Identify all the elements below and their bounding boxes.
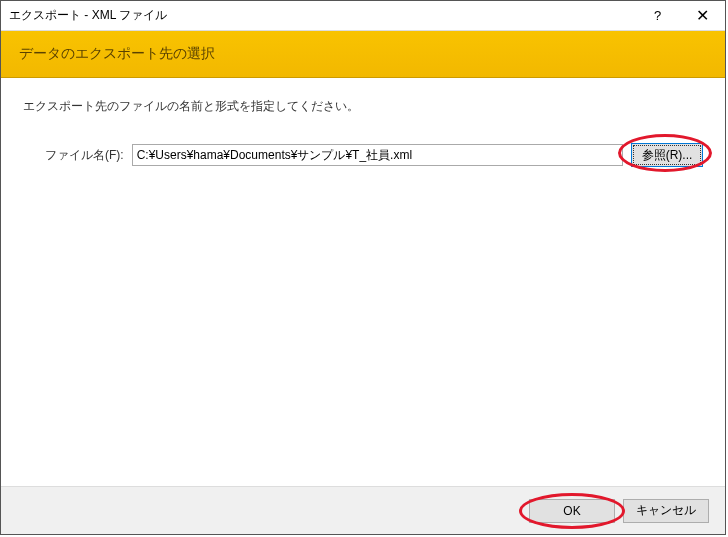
filename-input[interactable] bbox=[132, 144, 623, 166]
ok-button[interactable]: OK bbox=[529, 499, 615, 523]
titlebar: エクスポート - XML ファイル ? ✕ bbox=[1, 1, 725, 31]
help-button[interactable]: ? bbox=[635, 1, 680, 30]
close-button[interactable]: ✕ bbox=[680, 1, 725, 30]
window-title: エクスポート - XML ファイル bbox=[9, 7, 635, 24]
titlebar-controls: ? ✕ bbox=[635, 1, 725, 30]
filename-label: ファイル名(F): bbox=[45, 147, 124, 164]
dialog-window: エクスポート - XML ファイル ? ✕ データのエクスポート先の選択 エクス… bbox=[0, 0, 726, 535]
cancel-button[interactable]: キャンセル bbox=[623, 499, 709, 523]
filename-row: ファイル名(F): 参照(R)... bbox=[23, 143, 703, 167]
instruction-text: エクスポート先のファイルの名前と形式を指定してください。 bbox=[23, 98, 703, 115]
footer: OK キャンセル bbox=[1, 486, 725, 534]
browse-button[interactable]: 参照(R)... bbox=[631, 143, 703, 167]
header-band: データのエクスポート先の選択 bbox=[1, 31, 725, 78]
header-title: データのエクスポート先の選択 bbox=[19, 45, 707, 63]
content-area: エクスポート先のファイルの名前と形式を指定してください。 ファイル名(F): 参… bbox=[1, 78, 725, 486]
